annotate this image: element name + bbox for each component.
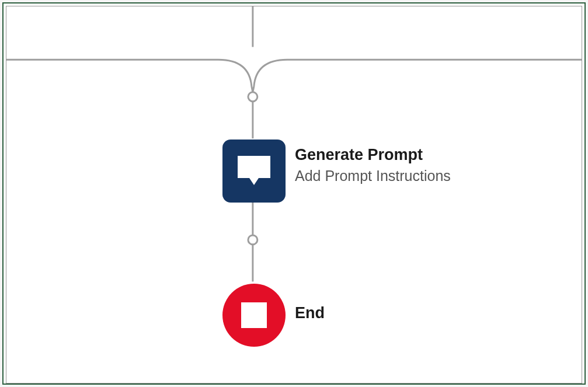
workflow-canvas[interactable]: Generate Prompt Add Prompt Instructions … bbox=[6, 6, 582, 383]
node-generate-prompt[interactable]: Generate Prompt Add Prompt Instructions bbox=[222, 140, 451, 203]
node-title: End bbox=[295, 304, 325, 323]
stop-icon bbox=[222, 284, 286, 347]
node-generate-prompt-labels: Generate Prompt Add Prompt Instructions bbox=[295, 140, 451, 185]
node-subtitle: Add Prompt Instructions bbox=[295, 166, 451, 186]
svg-rect-2 bbox=[241, 302, 267, 328]
chat-bubble-icon bbox=[222, 140, 286, 203]
svg-point-0 bbox=[248, 92, 258, 102]
node-title: Generate Prompt bbox=[295, 145, 451, 165]
workflow-canvas-frame: Generate Prompt Add Prompt Instructions … bbox=[2, 2, 586, 385]
svg-point-1 bbox=[248, 235, 258, 245]
node-end-labels: End bbox=[295, 284, 325, 323]
node-end[interactable]: End bbox=[222, 284, 325, 347]
